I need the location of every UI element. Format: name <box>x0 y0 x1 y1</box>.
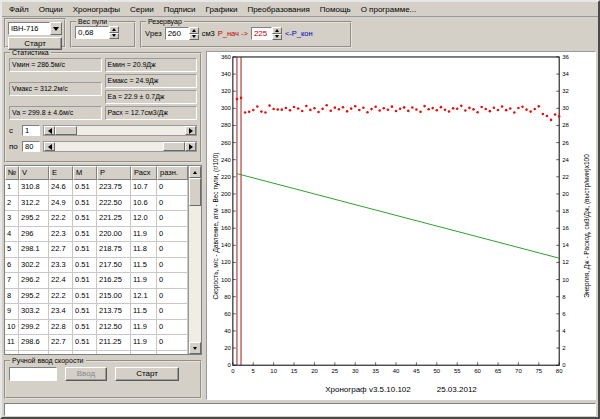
table-header-cell[interactable]: Расх <box>131 166 157 180</box>
range-to-scrollbar[interactable] <box>43 141 197 152</box>
table-cell: 0.51 <box>73 242 97 258</box>
menu-item[interactable]: Помощь <box>315 4 356 15</box>
scroll-left-icon[interactable] <box>44 126 55 135</box>
manual-speed-input[interactable] <box>9 367 57 381</box>
menu-item[interactable]: Преобразования <box>242 4 314 15</box>
scroll-down-icon[interactable] <box>189 342 201 354</box>
scroll-up-icon[interactable] <box>189 166 201 178</box>
table-row[interactable]: 6302.223.30.51217.5011.50 <box>5 258 188 274</box>
reservoir-label: Резервуар <box>146 18 184 25</box>
scroll-track[interactable] <box>55 126 185 135</box>
table-header-cell[interactable]: Е <box>49 166 73 180</box>
table-cell: 0 <box>157 180 188 196</box>
table-scrollbar[interactable] <box>188 166 201 354</box>
manual-start-button[interactable]: Старт <box>115 367 179 381</box>
menu-item[interactable]: Серии <box>125 4 159 15</box>
table-cell: 217.50 <box>97 258 131 274</box>
scroll-right-icon[interactable] <box>185 142 196 151</box>
svg-text:180: 180 <box>221 208 232 214</box>
table-row[interactable]: 2312.224.90.51222.5010.60 <box>5 196 188 212</box>
table-cell: 212.50 <box>97 320 131 336</box>
table-row[interactable]: 7296.222.40.51216.2511.90 <box>5 273 188 289</box>
table-cell: 0.51 <box>73 180 97 196</box>
menu-item[interactable]: Опции <box>34 4 68 15</box>
table-row[interactable]: 5298.122.70.51218.7511.80 <box>5 242 188 258</box>
spin-down-icon[interactable] <box>109 33 119 40</box>
menu-item[interactable]: Подписи <box>159 4 201 15</box>
stat-vmin: Vмин = 286.5м/с <box>9 58 102 72</box>
menu-item[interactable]: Графики <box>201 4 243 15</box>
table-cell: 12.1 <box>131 289 157 305</box>
chart-area: 3603403203002802602402202001801601401201… <box>206 51 596 400</box>
table-header-cell[interactable]: V <box>19 166 49 180</box>
svg-text:18: 18 <box>562 208 569 214</box>
table-cell: 24.6 <box>49 180 73 196</box>
chevron-down-icon[interactable] <box>50 22 62 35</box>
svg-text:55: 55 <box>454 368 461 374</box>
table-cell: 11.8 <box>131 242 157 258</box>
table-cell: 10.6 <box>131 196 157 212</box>
scroll-track[interactable] <box>55 142 185 151</box>
table-row[interactable]: 1310.824.60.51223.7510.70 <box>5 180 188 196</box>
pressure-value: 225 <box>251 27 272 40</box>
svg-text:30: 30 <box>352 368 359 374</box>
main-area: Статистика Vмин = 286.5м/с Vмакс = 312.2… <box>2 49 598 402</box>
table-cell: 298.5 <box>19 351 49 355</box>
range-to-label: по <box>9 142 19 151</box>
enter-button[interactable]: Ввод <box>65 367 107 381</box>
svg-text:20: 20 <box>224 345 231 351</box>
table-row[interactable]: 429622.30.51220.0011.90 <box>5 227 188 243</box>
spin-down-icon[interactable] <box>272 34 282 41</box>
table-cell: 1 <box>5 180 19 196</box>
chronograph-select[interactable]: IBH-716 <box>8 22 62 35</box>
table-cell: 11.9 <box>131 320 157 336</box>
svg-text:16: 16 <box>562 225 569 231</box>
vres-spinner[interactable]: 260 <box>165 27 199 40</box>
scroll-thumb[interactable] <box>189 178 201 206</box>
range-from-scrollbar[interactable] <box>43 125 197 136</box>
menu-item[interactable]: Хронографы <box>68 4 125 15</box>
scroll-track[interactable] <box>189 178 201 342</box>
table-cell: 22.7 <box>49 351 73 355</box>
table-header-cell[interactable]: Р <box>97 166 131 180</box>
stat-vmax: Vмакс = 312.2м/с <box>9 82 102 96</box>
table-cell: 23.4 <box>49 304 73 320</box>
table-header-cell[interactable]: М <box>73 166 97 180</box>
table-row[interactable]: 12298.522.70.51210.0012.00 <box>5 351 188 355</box>
table-row[interactable]: 10299.222.80.51212.5011.90 <box>5 320 188 336</box>
bullet-weight-group: Вес пули 0,68 <box>70 18 136 48</box>
bullet-weight-spinner[interactable]: 0,68 <box>75 26 131 39</box>
table-cell: 210.00 <box>97 351 131 355</box>
table-row[interactable]: 9303.223.40.51213.7511.50 <box>5 304 188 320</box>
svg-text:65: 65 <box>495 368 502 374</box>
table-cell: 0 <box>157 196 188 212</box>
table-row[interactable]: 3295.222.20.51221.2512.00 <box>5 211 188 227</box>
menu-item[interactable]: О программе... <box>356 4 422 15</box>
svg-text:20: 20 <box>311 368 318 374</box>
table-row[interactable]: 8295.222.20.51215.0012.10 <box>5 289 188 305</box>
table-cell: 10 <box>5 320 19 336</box>
menu-item[interactable]: Файл <box>4 4 34 15</box>
scroll-thumb[interactable] <box>55 126 77 135</box>
svg-text:12: 12 <box>562 259 569 265</box>
stat-eavg: Еа = 22.9 ± 0.7Дж <box>105 90 198 104</box>
svg-text:4: 4 <box>562 328 566 334</box>
svg-text:20: 20 <box>562 191 569 197</box>
table-header-cell[interactable]: разн. <box>157 166 188 180</box>
svg-text:300: 300 <box>221 105 232 111</box>
table-cell: 11 <box>5 335 19 351</box>
table-header-cell[interactable]: № <box>5 166 19 180</box>
shots-grid: №VЕМРРасхразн. 1310.824.60.51223.7510.70… <box>5 166 188 354</box>
scroll-left-icon[interactable] <box>44 142 55 151</box>
scroll-thumb[interactable] <box>163 142 185 151</box>
scroll-right-icon[interactable] <box>185 126 196 135</box>
svg-text:100: 100 <box>221 277 232 283</box>
table-cell: 11.9 <box>131 227 157 243</box>
pressure-spinner[interactable]: 225 <box>251 27 282 40</box>
svg-text:10: 10 <box>270 368 277 374</box>
table-cell: 0.51 <box>73 258 97 274</box>
table-cell: 22.2 <box>49 289 73 305</box>
table-row[interactable]: 11298.622.70.51211.2511.90 <box>5 335 188 351</box>
table-cell: 0.51 <box>73 304 97 320</box>
spin-down-icon[interactable] <box>189 34 199 41</box>
